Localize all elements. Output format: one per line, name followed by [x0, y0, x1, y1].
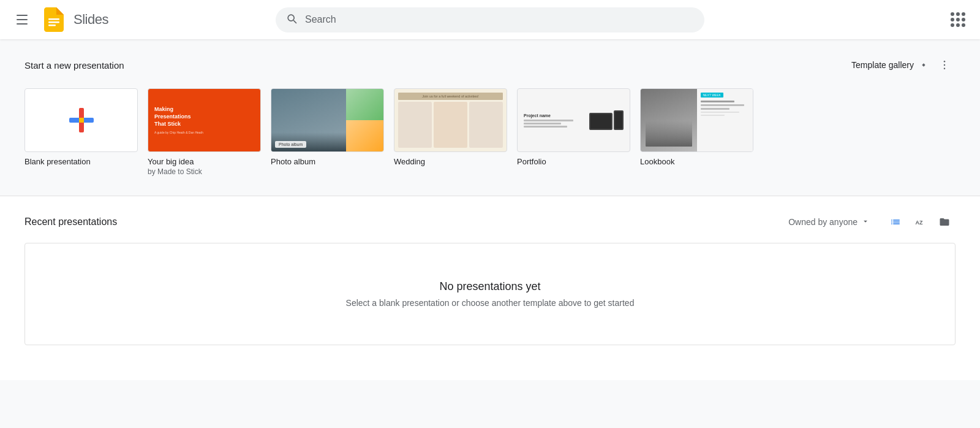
recent-controls: Owned by anyone AZ: [783, 211, 956, 233]
sort-icon[interactable]: [919, 60, 929, 70]
search-bar: [276, 7, 704, 32]
recent-header: Recent presentations Owned by anyone: [24, 211, 956, 233]
lookbook-thumb: NEXT WEEK: [640, 88, 753, 152]
slides-logo: [42, 7, 66, 32]
lookbook-label: Lookbook: [640, 157, 753, 166]
folder-button[interactable]: [933, 211, 956, 233]
nine-dots-icon: [951, 12, 965, 27]
lookbook-tag: NEXT WEEK: [701, 93, 723, 97]
view-controls: AZ: [884, 211, 956, 233]
big-idea-label: Your big idea: [148, 157, 261, 166]
svg-point-3: [944, 61, 946, 63]
empty-state: No presentations yet Select a blank pres…: [24, 243, 956, 345]
empty-state-title: No presentations yet: [439, 280, 540, 293]
blank-label: Blank presentation: [24, 157, 138, 166]
svg-rect-1: [48, 21, 59, 23]
sort-alpha-button[interactable]: AZ: [909, 211, 931, 233]
app-header: Slides: [0, 0, 980, 39]
svg-point-5: [944, 68, 946, 70]
portfolio-label: Portfolio: [517, 157, 630, 166]
template-lookbook[interactable]: NEXT WEEK Lookbook: [640, 88, 753, 176]
photo-album-overlay: Photo album: [275, 141, 306, 148]
chevron-down-icon: [861, 217, 870, 227]
template-portfolio[interactable]: Project name Portfolio: [517, 88, 630, 176]
hamburger-icon: [17, 15, 28, 25]
template-blank[interactable]: Blank presentation: [24, 88, 138, 176]
main-content: Start a new presentation Template galler…: [0, 39, 980, 380]
recent-title: Recent presentations: [24, 216, 117, 227]
more-options-button[interactable]: [933, 54, 956, 76]
template-gallery-label[interactable]: Template gallery: [851, 60, 914, 70]
svg-rect-2: [48, 25, 56, 26]
wedding-thumb: Join us for a full weekend of activities…: [394, 88, 507, 152]
template-wedding[interactable]: Join us for a full weekend of activities…: [394, 88, 507, 176]
header-left: Slides: [10, 7, 132, 32]
search-input[interactable]: [305, 14, 695, 25]
apps-button[interactable]: [946, 7, 970, 32]
big-idea-thumb: Making Presentations That Stick A guide …: [148, 88, 261, 152]
svg-point-4: [944, 64, 946, 66]
plus-icon: [67, 105, 96, 135]
section-title: Start a new presentation: [24, 60, 124, 71]
empty-state-subtitle: Select a blank presentation or choose an…: [346, 298, 635, 308]
big-idea-title: Making Presentations That Stick: [154, 106, 203, 128]
menu-button[interactable]: [10, 7, 34, 32]
owned-by-label: Owned by anyone: [788, 217, 858, 227]
svg-rect-8: [79, 118, 84, 123]
svg-text:AZ: AZ: [916, 220, 923, 226]
template-big-idea[interactable]: Making Presentations That Stick A guide …: [148, 88, 261, 176]
big-idea-subtitle: A guide by Chip Heath & Dan Heath: [154, 131, 203, 134]
blank-thumb: [24, 88, 138, 152]
templates-grid: Blank presentation Making Presentations …: [24, 88, 956, 176]
big-idea-sublabel: by Made to Stick: [148, 167, 261, 176]
new-presentation-section: Start a new presentation Template galler…: [0, 39, 980, 196]
photo-album-label: Photo album: [271, 157, 384, 166]
template-gallery-controls: Template gallery: [851, 54, 956, 76]
photo-album-thumb: Photo album: [271, 88, 384, 152]
search-icon: [285, 12, 298, 28]
wedding-label: Wedding: [394, 157, 507, 166]
recent-presentations-section: Recent presentations Owned by anyone: [0, 196, 980, 380]
header-right: [848, 7, 970, 32]
owned-by-button[interactable]: Owned by anyone: [783, 213, 875, 231]
svg-rect-0: [48, 18, 59, 20]
section-header: Start a new presentation Template galler…: [24, 54, 956, 76]
list-view-button[interactable]: [884, 211, 907, 233]
app-name: Slides: [74, 12, 108, 28]
portfolio-thumb: Project name: [517, 88, 630, 152]
template-photo-album[interactable]: Photo album Photo album: [271, 88, 384, 176]
